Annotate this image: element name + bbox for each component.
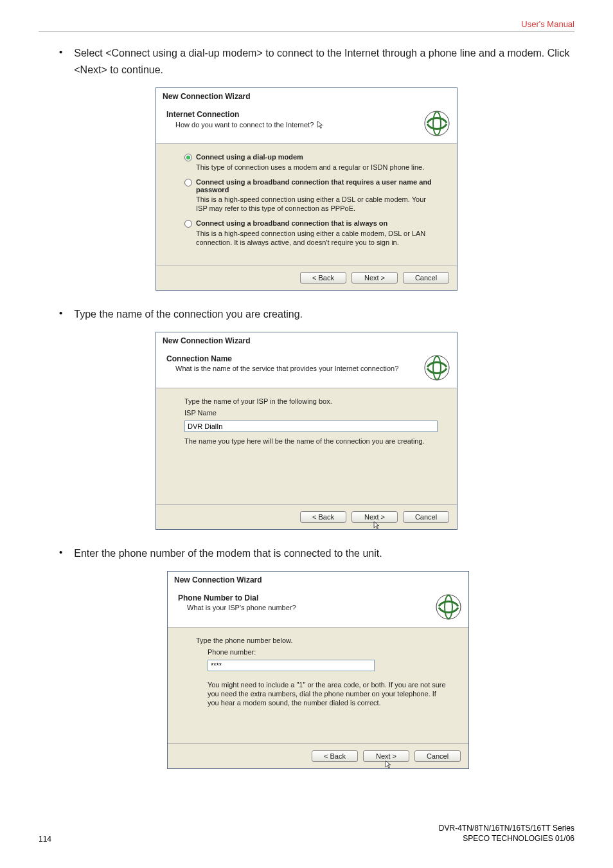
hint-text: You might need to include a "1" or the a…	[208, 680, 449, 707]
dialog-subtitle: What is your ISP's phone number?	[178, 604, 430, 611]
isp-name-input[interactable]	[184, 420, 438, 432]
phone-number-label: Phone number:	[208, 648, 449, 656]
dialog-subtitle: How do you want to connect to the Intern…	[175, 121, 314, 129]
window-title: New Connection Wizard	[156, 88, 457, 104]
back-button[interactable]: < Back	[300, 511, 346, 523]
bullet-icon: •	[59, 306, 62, 320]
page-header: User's Manual	[39, 13, 574, 32]
prompt-text: Type the phone number below.	[196, 637, 449, 644]
isp-name-label: ISP Name	[184, 409, 438, 417]
phone-number-input[interactable]	[208, 660, 375, 671]
footer-line-1: DVR-4TN/8TN/16TN/16TS/16TT Series	[439, 823, 574, 833]
radio-dialup-label: Connect using a dial-up modem	[196, 153, 303, 161]
cancel-button[interactable]: Cancel	[414, 750, 461, 762]
radio-broadband-auth-desc: This is a high-speed connection using ei…	[196, 195, 438, 213]
cursor-icon	[373, 521, 382, 530]
window-title: New Connection Wizard	[168, 572, 468, 587]
svg-point-2	[425, 356, 449, 380]
dialog-title: Phone Number to Dial	[178, 593, 430, 602]
svg-point-0	[425, 111, 449, 136]
wizard-icon	[423, 110, 450, 137]
back-button[interactable]: < Back	[312, 750, 358, 762]
radio-broadband-auth-label: Connect using a broadband connection tha…	[196, 178, 438, 194]
cancel-button[interactable]: Cancel	[403, 272, 449, 284]
radio-broadband-always-desc: This is a high-speed connection using ei…	[196, 229, 438, 247]
hint-text: The name you type here will be the name …	[184, 437, 438, 445]
next-button[interactable]: Next >	[351, 511, 398, 523]
dialog-title: Internet Connection	[166, 110, 418, 119]
wizard-icon	[435, 593, 462, 620]
back-button[interactable]: < Back	[300, 272, 346, 284]
cancel-button[interactable]: Cancel	[403, 511, 449, 523]
radio-broadband-always[interactable]	[184, 220, 192, 228]
cursor-icon	[384, 760, 393, 769]
wizard-dialog-phone-number: New Connection Wizard Phone Number to Di…	[167, 571, 469, 769]
radio-broadband-auth[interactable]	[184, 179, 192, 186]
page-number: 114	[39, 835, 51, 844]
radio-broadband-always-label: Connect using a broadband connection tha…	[196, 219, 387, 227]
header-rule	[39, 32, 574, 32]
window-title: New Connection Wizard	[156, 332, 457, 348]
wizard-icon	[423, 354, 450, 381]
dialog-title: Connection Name	[166, 354, 418, 363]
bullet-icon: •	[59, 545, 62, 559]
cursor-icon	[316, 120, 325, 129]
prompt-text: Type the name of your ISP in the followi…	[184, 397, 438, 405]
intro-text-2: Type the name of the connection you are …	[74, 306, 303, 323]
wizard-dialog-connection-name: New Connection Wizard Connection Name Wh…	[155, 332, 458, 530]
intro-text-1: Select <Connect using a dial-up modem> t…	[74, 45, 574, 78]
radio-dialup-desc: This type of connection uses a modem and…	[196, 163, 438, 172]
wizard-dialog-internet-connection: New Connection Wizard Internet Connectio…	[155, 87, 458, 291]
svg-point-4	[436, 595, 461, 619]
radio-dialup[interactable]	[184, 154, 192, 161]
dialog-subtitle: What is the name of the service that pro…	[166, 365, 418, 372]
intro-text-3: Enter the phone number of the modem that…	[74, 545, 382, 562]
next-button[interactable]: Next >	[351, 272, 398, 284]
next-button[interactable]: Next >	[363, 750, 409, 762]
footer-line-2: SPECO TECHNOLOGIES 01/06	[439, 833, 574, 844]
bullet-icon: •	[59, 45, 62, 59]
